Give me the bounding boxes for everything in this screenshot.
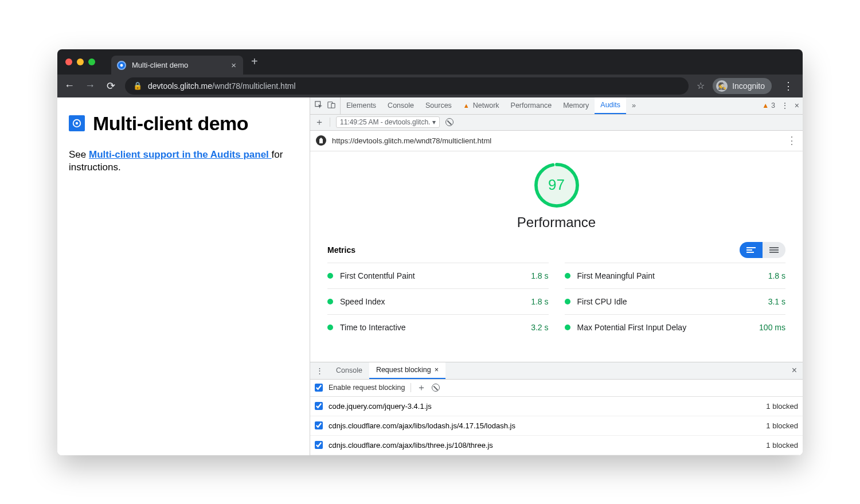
browser-window: Multi-client demo × + ← → ⟳ 🔒 devtools.g… (57, 49, 803, 455)
pattern-text: code.jquery.com/jquery-3.4.1.js (329, 402, 432, 411)
tab-close-icon[interactable]: × (435, 366, 439, 374)
pattern-checkbox[interactable] (315, 441, 323, 449)
pattern-count: 1 blocked (766, 402, 798, 411)
devtools-settings-button[interactable]: ⋮ (781, 101, 789, 110)
new-audit-button[interactable]: ＋ (315, 116, 324, 128)
page-header: Multi-client demo (69, 112, 298, 135)
pattern-text: cdnjs.cloudflare.com/ajax/libs/lodash.js… (329, 421, 515, 430)
metrics-grid: First Contentful Paint 1.8 s First Meani… (327, 263, 785, 340)
lighthouse-report: 97 Performance Metrics (310, 151, 803, 362)
devtools-close-button[interactable]: × (795, 101, 799, 110)
page-title: Multi-client demo (93, 112, 248, 135)
url-text: devtools.glitch.me/wndt78/multiclient.ht… (148, 81, 296, 91)
drawer-tab-request-blocking[interactable]: Request blocking × (369, 362, 445, 379)
svg-point-2 (76, 122, 79, 125)
status-dot-icon (565, 325, 570, 330)
window-close-icon[interactable] (65, 58, 72, 65)
report-url-row: https://devtools.glitch.me/wndt78/multic… (310, 131, 803, 151)
tab-favicon-icon (117, 61, 126, 70)
blocked-pattern-row[interactable]: code.jquery.com/jquery-3.4.1.js 1 blocke… (310, 397, 803, 416)
window-titlebar: Multi-client demo × + (57, 49, 803, 75)
chevron-down-icon: ▾ (432, 118, 436, 126)
clear-patterns-icon[interactable] (432, 384, 440, 392)
device-toolbar-icon[interactable] (327, 101, 335, 111)
tab-sources[interactable]: Sources (420, 97, 458, 114)
tab-audits[interactable]: Audits (595, 97, 626, 114)
expanded-view-icon (746, 247, 756, 253)
request-blocking-toolbar: Enable request blocking ＋ (310, 380, 803, 397)
status-dot-icon (565, 299, 570, 304)
tab-console[interactable]: Console (382, 97, 420, 114)
compact-view-icon (769, 247, 779, 253)
metrics-heading: Metrics (327, 245, 355, 255)
incognito-badge[interactable]: 🕵 Incognito (713, 78, 772, 94)
metric-row: First Contentful Paint 1.8 s (327, 263, 549, 288)
metric-row: Max Potential First Input Delay 100 ms (565, 314, 786, 340)
window-minimize-icon[interactable] (77, 58, 84, 65)
reload-button[interactable]: ⟳ (104, 80, 117, 92)
forward-button[interactable]: → (84, 80, 96, 92)
metric-row: First Meaningful Paint 1.8 s (565, 263, 786, 288)
content-area: Multi-client demo See Multi-client suppo… (57, 97, 803, 455)
inspect-element-icon[interactable] (315, 101, 323, 111)
traffic-lights (65, 58, 95, 65)
audit-run-selector[interactable]: 11:49:25 AM - devtools.glitch. ▾ (336, 116, 440, 128)
tab-memory[interactable]: Memory (557, 97, 595, 114)
pattern-count: 1 blocked (766, 421, 798, 430)
back-button[interactable]: ← (63, 80, 76, 92)
chrome-menu-button[interactable]: ⋮ (780, 80, 797, 92)
lock-icon: 🔒 (133, 81, 142, 90)
tab-close-icon[interactable]: × (230, 60, 237, 70)
audits-toolbar: ＋ 11:49:25 AM - devtools.glitch. ▾ (310, 115, 803, 131)
status-dot-icon (327, 299, 333, 304)
address-bar[interactable]: 🔒 devtools.glitch.me/wndt78/multiclient.… (125, 77, 689, 95)
browser-tab[interactable]: Multi-client demo × (111, 56, 243, 75)
tab-elements[interactable]: Elements (341, 97, 382, 114)
clear-audits-icon[interactable] (445, 118, 454, 126)
status-dot-icon (565, 273, 570, 279)
view-compact-button[interactable] (763, 242, 785, 258)
lighthouse-icon (316, 135, 326, 146)
bookmark-star-icon[interactable]: ☆ (697, 80, 705, 91)
page-logo-icon (69, 115, 85, 131)
warning-triangle-icon: ▲ (762, 101, 769, 110)
view-expanded-button[interactable] (740, 242, 763, 258)
window-zoom-icon[interactable] (88, 58, 95, 65)
page-link[interactable]: Multi-client support in the Audits panel (89, 149, 272, 160)
enable-request-blocking-checkbox[interactable] (315, 384, 323, 392)
drawer-tab-console[interactable]: Console (329, 362, 369, 379)
status-dot-icon (327, 325, 333, 330)
svg-rect-5 (331, 103, 335, 108)
drawer-tabbar: ⋮ Console Request blocking × × (310, 362, 803, 380)
devtools-panel: Elements Console Sources ▲ Network Perfo… (310, 97, 803, 455)
drawer-close-button[interactable]: × (786, 362, 803, 379)
add-pattern-button[interactable]: ＋ (417, 382, 426, 394)
pattern-checkbox[interactable] (315, 402, 323, 410)
performance-score: 97 (533, 162, 580, 209)
blocked-pattern-row[interactable]: cdnjs.cloudflare.com/ajax/libs/lodash.js… (310, 416, 803, 436)
devtools-tabbar: Elements Console Sources ▲ Network Perfo… (310, 97, 803, 115)
metrics-header: Metrics (327, 242, 785, 258)
blocked-patterns-list: code.jquery.com/jquery-3.4.1.js 1 blocke… (310, 397, 803, 455)
metrics-view-toggle[interactable] (740, 242, 785, 258)
tab-title: Multi-client demo (132, 61, 188, 69)
incognito-label: Incognito (732, 81, 765, 91)
blocked-pattern-row[interactable]: cdnjs.cloudflare.com/ajax/libs/three.js/… (310, 436, 803, 455)
svg-point-0 (120, 64, 123, 67)
drawer-menu-button[interactable]: ⋮ (310, 362, 329, 379)
console-warnings-badge[interactable]: ▲ 3 (762, 101, 775, 110)
performance-gauge: 97 Performance (327, 162, 785, 230)
tab-performance[interactable]: Performance (505, 97, 558, 114)
pattern-checkbox[interactable] (315, 421, 323, 429)
report-menu-button[interactable]: ⋮ (787, 134, 797, 147)
tabs-overflow-button[interactable]: » (626, 97, 642, 114)
metric-row: Speed Index 1.8 s (327, 288, 549, 314)
status-dot-icon (327, 273, 333, 279)
warning-triangle-icon: ▲ (463, 102, 470, 109)
metric-row: First CPU Idle 3.1 s (565, 288, 786, 314)
pattern-text: cdnjs.cloudflare.com/ajax/libs/three.js/… (329, 441, 493, 450)
browser-toolbar: ← → ⟳ 🔒 devtools.glitch.me/wndt78/multic… (57, 75, 803, 97)
metric-row: Time to Interactive 3.2 s (327, 314, 549, 340)
new-tab-button[interactable]: + (251, 55, 258, 68)
tab-network[interactable]: ▲ Network (458, 97, 505, 114)
